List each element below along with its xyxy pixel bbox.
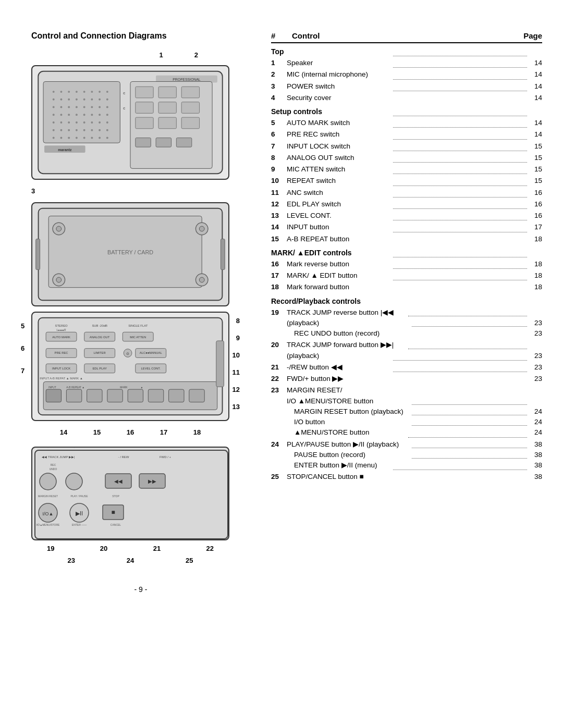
device-top: PROFESSIONAL — [31, 65, 229, 180]
svg-point-50 — [99, 129, 101, 131]
svg-text:▶▶: ▶▶ — [148, 478, 156, 484]
callout-13: 13 — [232, 403, 240, 411]
svg-text:- / REW: - / REW — [118, 455, 129, 459]
group-title-setup: Setup controls — [271, 107, 542, 116]
table-row: 7 INPUT LOCK switch 15 — [271, 141, 542, 152]
device-bottom: STEREO L●●●●R AUTO MARK SUB -20dB ANALOG… — [31, 312, 229, 421]
table-row: 8 ANALOG OUT switch 15 — [271, 153, 542, 163]
svg-point-22 — [68, 106, 70, 108]
callout-6: 6 — [21, 344, 25, 352]
table-row: 5 AUTO MARK switch 14 — [271, 118, 542, 128]
svg-point-11 — [106, 91, 108, 93]
table-row: 14 INPUT button 17 — [271, 222, 542, 232]
svg-point-41 — [91, 121, 93, 124]
table-row: 18 Mark forward button 18 — [271, 282, 542, 292]
device-transport-svg: ◀◀ TRACK JUMP ▶▶| - / REW FWD / + REC UN… — [32, 448, 229, 540]
svg-point-80 — [56, 226, 62, 231]
table-row: 23 MARGIN RESET/ I/O ▲MENU/STORE button … — [271, 385, 542, 438]
svg-rect-3 — [43, 81, 120, 143]
svg-text:SINGLE FLAT: SINGLE FLAT — [128, 324, 148, 327]
svg-text:L●●●●R: L●●●●R — [57, 329, 67, 331]
svg-point-35 — [106, 114, 108, 116]
table-row: 9 MIC ATTEN switch 15 — [271, 164, 542, 175]
table-row: 24 PLAY/PAUSE button ▶/II (playback) 38 … — [271, 439, 542, 471]
svg-point-56 — [83, 137, 85, 139]
right-column: # Control Page Top 1 Speaker 14 2 MIC (i… — [271, 31, 542, 594]
table-row: 21 -/REW button ◀◀ 23 — [271, 362, 542, 373]
svg-point-18 — [99, 98, 101, 101]
page-number: - 9 - — [134, 585, 148, 594]
svg-point-37 — [60, 121, 62, 124]
svg-point-14 — [68, 98, 70, 101]
svg-text:PRE REC: PRE REC — [55, 351, 69, 354]
device-top-svg: PROFESSIONAL — [32, 66, 228, 179]
svg-rect-68 — [181, 102, 199, 114]
svg-text:ENTER ——: ENTER —— — [72, 523, 87, 526]
svg-text:◀◀: ◀◀ — [114, 478, 123, 484]
svg-rect-65 — [181, 87, 199, 98]
svg-rect-64 — [158, 87, 176, 98]
svg-point-52 — [53, 137, 55, 139]
svg-text:STEREO: STEREO — [55, 324, 68, 327]
col-control: Control — [292, 31, 521, 40]
svg-point-49 — [91, 129, 93, 131]
table-row: 3 POWER switch 14 — [271, 81, 542, 92]
svg-rect-130 — [35, 450, 228, 539]
svg-point-54 — [68, 137, 70, 139]
svg-text:INPUT LOCK: INPUT LOCK — [52, 367, 70, 370]
table-row: 16 Mark reverse button 18 — [271, 259, 542, 269]
svg-text:MARGIN RESET: MARGIN RESET — [38, 495, 58, 498]
group-title-top: Top — [271, 47, 542, 56]
svg-point-27 — [106, 106, 108, 108]
svg-point-34 — [99, 114, 101, 116]
svg-point-29 — [60, 114, 62, 116]
svg-point-9 — [91, 91, 93, 93]
svg-text:⊙: ⊙ — [126, 352, 129, 355]
svg-rect-88 — [36, 239, 40, 270]
callout-24: 24 — [127, 557, 134, 564]
svg-rect-121 — [46, 389, 61, 402]
svg-point-42 — [99, 121, 101, 124]
svg-point-7 — [76, 91, 78, 93]
svg-text:▶II: ▶II — [76, 510, 83, 516]
svg-point-16 — [83, 98, 85, 101]
table-row: 2 MIC (internal microphone) 14 — [271, 69, 542, 80]
svg-rect-67 — [158, 102, 176, 114]
svg-point-57 — [91, 137, 93, 139]
svg-point-138 — [66, 473, 82, 490]
svg-point-43 — [106, 121, 108, 124]
left-column: Control and Connection Diagrams 1 2 PROF… — [31, 31, 250, 594]
svg-text:I/O▲: I/O▲ — [43, 511, 54, 516]
callout-18: 18 — [193, 428, 201, 436]
callout-23: 23 — [67, 557, 75, 564]
table-row: 1 Speaker 14 — [271, 58, 542, 68]
table-row: 10 REPEAT switch 15 — [271, 176, 542, 186]
table-row: 13 LEVEL CONT. 16 — [271, 211, 542, 221]
svg-point-12 — [53, 98, 55, 101]
col-page: Page — [521, 31, 542, 40]
callout-22: 22 — [206, 545, 214, 552]
svg-point-26 — [99, 106, 101, 108]
svg-point-24 — [83, 106, 85, 108]
svg-text:MIC ATTEN: MIC ATTEN — [130, 336, 146, 339]
svg-rect-63 — [136, 87, 153, 98]
svg-rect-129 — [216, 341, 224, 387]
svg-rect-124 — [107, 389, 123, 402]
svg-rect-69 — [136, 117, 153, 129]
table-row: 12 EDL PLAY switch 16 — [271, 199, 542, 209]
svg-text:■: ■ — [111, 509, 115, 516]
svg-point-39 — [76, 121, 78, 124]
svg-point-23 — [76, 106, 78, 108]
table-row: 22 FWD/+ button ▶▶ 23 — [271, 374, 542, 384]
svg-point-19 — [106, 98, 108, 101]
table-row: 6 PRE REC switch 14 — [271, 129, 542, 140]
table-row: 19 TRACK JUMP reverse button |◀◀ (playba… — [271, 307, 542, 339]
svg-text:REC: REC — [51, 463, 56, 466]
table-row: 25 STOP/CANCEL button ■ 38 — [271, 472, 542, 482]
svg-point-13 — [60, 98, 62, 101]
svg-text:INPUT  A-B REPAT  ▲  MARK  ▲: INPUT A-B REPAT ▲ MARK ▲ — [40, 377, 82, 380]
svg-point-31 — [76, 114, 78, 116]
svg-point-44 — [53, 129, 55, 131]
svg-rect-89 — [221, 239, 225, 270]
svg-point-5 — [60, 91, 62, 93]
